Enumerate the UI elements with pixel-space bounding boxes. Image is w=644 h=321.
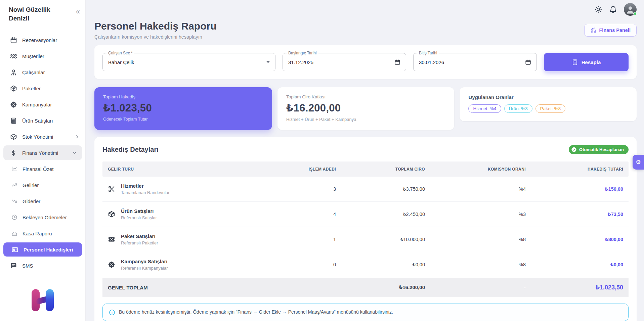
settings-gear-button[interactable]: ⚙ <box>633 155 644 170</box>
card-sublabel: Hizmet + Ürün + Paket + Kampanya <box>286 117 446 122</box>
sidebar-item-stok-yonetimi[interactable]: Stok Yönetimi <box>0 129 85 145</box>
table-row: Paket Satışları Referanslı Paketler 1 ₺1… <box>102 227 629 252</box>
dollar-icon <box>10 149 17 156</box>
sidebar-item-urun-satislari[interactable]: Ürün Satışları <box>0 112 85 129</box>
total-hakedis-value: ₺1.023,50 <box>103 102 263 114</box>
sidebar-item-label: Bekleyen Ödemeler <box>23 215 67 220</box>
sidebar-item-label: Stok Yönetimi <box>22 134 53 140</box>
calculator-icon <box>572 59 578 65</box>
topbar <box>94 0 637 16</box>
summary-cards: Toplam Hakediş ₺1.023,50 Ödenecek Toplam… <box>94 87 637 130</box>
sidebar-item-label: SMS <box>22 263 33 269</box>
id-card-icon <box>11 246 18 253</box>
row-oran: %8 <box>425 237 526 242</box>
row-oran: %3 <box>425 212 526 217</box>
total-ciro-card: Toplam Ciro Katkısı ₺16.200,00 Hizmet + … <box>277 87 455 130</box>
calculate-button[interactable]: Hesapla <box>544 53 629 71</box>
sidebar-header: Nowl Güzellik Denizli « <box>0 0 85 26</box>
row-count: 0 <box>279 262 336 267</box>
sidebar-item-label: Rezervasyonlar <box>22 37 57 43</box>
sidebar-item-musteriler[interactable]: Müşteriler <box>0 48 85 64</box>
start-date-field[interactable]: Başlangıç Tarihi <box>283 53 406 71</box>
grand-total-ciro: ₺16.200,00 <box>336 284 425 290</box>
total-hakedis-card: Toplam Hakediş ₺1.023,50 Ödenecek Toplam… <box>94 87 272 130</box>
notifications-bell-icon[interactable] <box>609 5 617 13</box>
sidebar-item-rezervasyonlar[interactable]: Rezervasyonlar <box>0 32 85 48</box>
page-title: Personel Hakediş Raporu <box>94 20 216 32</box>
row-tutar: ₺0,00 <box>526 262 623 267</box>
employee-select[interactable]: Çalışan Seç * Bahar Çelik <box>102 53 275 71</box>
col-gelir-turu: GELİR TÜRÜ <box>108 167 279 172</box>
sidebar-item-personel-hakedisleri[interactable]: Personel Hakedişleri <box>3 242 82 257</box>
sidebar-item-paketler[interactable]: Paketler <box>0 80 85 96</box>
card-title: Uygulanan Oranlar <box>468 94 628 100</box>
row-title: Paket Satışları <box>121 233 158 239</box>
row-ciro: ₺2.450,00 <box>336 212 425 217</box>
row-subtitle: Referanslı Satışlar <box>121 215 157 220</box>
calendar-icon <box>525 59 531 65</box>
sidebar-item-finansal-ozet[interactable]: Finansal Özet <box>0 161 85 177</box>
trending-down-icon <box>11 198 17 204</box>
sidebar-item-label: Finans Yönetimi <box>22 150 58 156</box>
badge-percent-icon <box>108 261 115 268</box>
sidebar-item-bekleyen-odemeler[interactable]: Bekleyen Ödemeler <box>0 209 85 225</box>
sidebar-item-label: Gelirler <box>23 182 39 188</box>
card-label: Toplam Ciro Katkısı <box>286 94 446 99</box>
row-tutar: ₺73,50 <box>526 212 623 217</box>
rate-chip-urun: Ürün: %3 <box>504 104 532 113</box>
row-oran: %8 <box>425 262 526 267</box>
page-header: Personel Hakediş Raporu Çalışanların kom… <box>94 20 637 40</box>
main-content: Personel Hakediş Raporu Çalışanların kom… <box>86 0 644 321</box>
package-icon <box>108 211 115 218</box>
info-alert: Bu ödeme henüz kesinleşmemiştir. Ödeme y… <box>102 304 629 321</box>
end-date-input[interactable] <box>419 59 522 65</box>
cash-register-icon <box>11 230 17 236</box>
theme-toggle-sun-icon[interactable] <box>594 5 602 13</box>
row-count: 4 <box>279 212 336 217</box>
sidebar-item-kasa-raporu[interactable]: Kasa Raporu <box>0 225 85 241</box>
card-label: Toplam Hakediş <box>103 94 263 99</box>
grand-total-label: GENEL TOPLAM <box>108 285 279 290</box>
sidebar-item-label: Personel Hakedişleri <box>24 247 73 253</box>
sidebar-item-finans-yonetimi[interactable]: Finans Yönetimi <box>3 145 82 160</box>
table-row: Hizmetler Tamamlanan Randevular 3 ₺3.750… <box>102 177 629 202</box>
row-oran: %4 <box>425 186 526 192</box>
start-date-input[interactable] <box>288 59 391 65</box>
select-caret-icon <box>266 61 270 63</box>
chart-line-icon <box>11 166 17 172</box>
row-ciro: ₺3.750,00 <box>336 186 425 192</box>
row-tutar: ₺800,00 <box>526 237 623 242</box>
row-title: Kampanya Satışları <box>121 259 168 264</box>
sidebar-item-sms[interactable]: SMS <box>0 258 85 274</box>
sidebar-item-label: Ürün Satışları <box>22 118 53 124</box>
message-icon <box>10 262 17 269</box>
end-date-field[interactable]: Bitiş Tarihi <box>413 53 537 71</box>
business-name: Nowl Güzellik Denizli <box>9 5 71 22</box>
finans-paneli-button[interactable]: Finans Paneli <box>584 24 637 37</box>
grand-total-tutar: ₺1.023,50 <box>526 284 623 291</box>
sidebar-item-kampanyalar[interactable]: Kampanyalar <box>0 96 85 112</box>
sidebar-item-gelirler[interactable]: Gelirler <box>0 177 85 193</box>
total-ciro-value: ₺16.200,00 <box>286 102 446 114</box>
row-ciro: ₺10.000,00 <box>336 237 425 242</box>
col-islem-adedi: İŞLEM ADEDİ <box>279 167 336 172</box>
user-avatar[interactable] <box>624 3 637 16</box>
auto-calculated-badge: Otomatik Hesaplanan <box>569 145 629 154</box>
sidebar-collapse-button[interactable]: « <box>76 8 80 15</box>
rate-chip-hizmet: Hizmet: %4 <box>468 104 501 113</box>
sidebar-item-calisanlar[interactable]: Çalışanlar <box>0 64 85 80</box>
package-icon <box>10 85 17 92</box>
chevron-right-icon <box>75 134 80 139</box>
grand-total-oran: - <box>425 285 526 290</box>
users-icon <box>10 53 17 60</box>
rate-chips: Hizmet: %4 Ürün: %3 Paket: %8 <box>468 104 628 113</box>
person-icon <box>10 69 17 76</box>
details-card: Hakediş Detayları Otomatik Hesaplanan GE… <box>94 137 637 321</box>
check-circle-icon <box>571 147 577 152</box>
row-title: Ürün Satışları <box>121 208 157 214</box>
employee-select-value: Bahar Çelik <box>108 59 134 65</box>
clock-icon <box>11 214 17 220</box>
sidebar-item-giderler[interactable]: Giderler <box>0 193 85 209</box>
row-tutar: ₺150,00 <box>526 186 623 192</box>
rate-chip-paket: Paket: %8 <box>535 104 566 113</box>
